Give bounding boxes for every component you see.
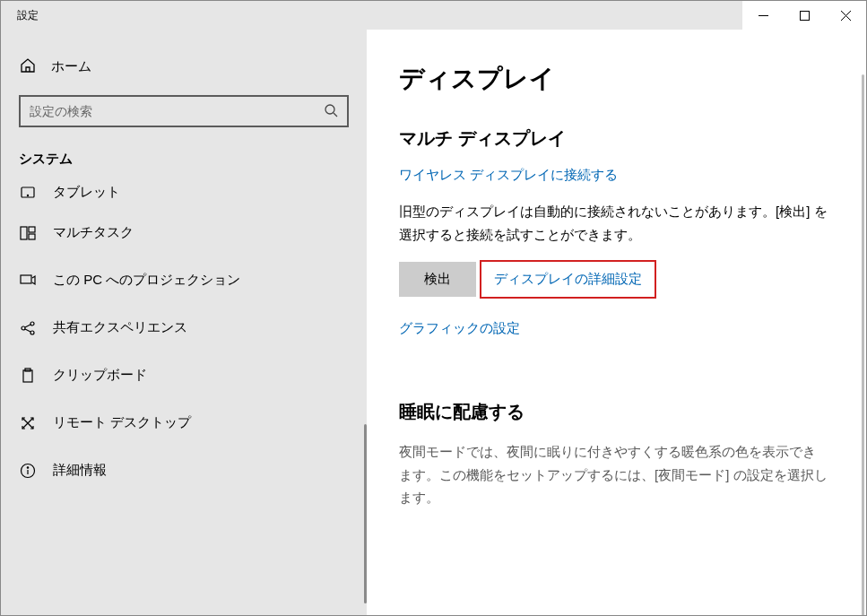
multitask-icon (19, 224, 37, 242)
sidebar-item-tablet[interactable]: タブレット (1, 184, 367, 209)
info-icon (19, 462, 37, 480)
sidebar-item-shared[interactable]: 共有エクスペリエンス (1, 304, 367, 351)
home-label: ホーム (51, 58, 91, 75)
svg-point-4 (325, 105, 334, 114)
svg-point-13 (30, 322, 34, 325)
sidebar-item-label: リモート デスクトップ (53, 414, 191, 431)
svg-point-14 (30, 331, 34, 334)
sidebar-item-label: 共有エクスペリエンス (53, 319, 187, 336)
search-box[interactable] (19, 95, 349, 127)
highlighted-link-box: ディスプレイの詳細設定 (480, 260, 656, 299)
sidebar-item-label: この PC へのプロジェクション (53, 272, 240, 289)
sidebar-item-label: タブレット (53, 184, 120, 201)
svg-line-5 (334, 113, 337, 117)
svg-rect-10 (29, 234, 35, 239)
search-icon (324, 103, 338, 120)
detect-button[interactable]: 検出 (399, 262, 476, 297)
sidebar-item-label: クリップボード (53, 367, 147, 384)
sidebar-item-clipboard[interactable]: クリップボード (1, 351, 367, 399)
svg-rect-11 (21, 275, 31, 283)
section-sleep: 睡眠に配慮する (399, 400, 828, 424)
sidebar-item-projection[interactable]: この PC へのプロジェクション (1, 256, 367, 304)
window-title: 設定 (1, 8, 39, 23)
minimize-button[interactable] (742, 1, 784, 30)
main-scrollbar[interactable] (862, 74, 864, 615)
clipboard-icon (19, 367, 37, 385)
multi-display-description: 旧型のディスプレイは自動的に接続されないことがあります。[検出] を選択すると接… (399, 200, 828, 246)
graphics-settings-link[interactable]: グラフィックの設定 (399, 320, 520, 337)
search-input[interactable] (30, 104, 324, 118)
tablet-icon (19, 184, 37, 202)
main-panel: ディスプレイ マルチ ディスプレイ ワイヤレス ディスプレイに接続する 旧型のデ… (367, 30, 866, 615)
sidebar-item-remote[interactable]: リモート デスクトップ (1, 399, 367, 447)
wireless-display-link[interactable]: ワイヤレス ディスプレイに接続する (399, 167, 618, 184)
svg-rect-8 (21, 227, 27, 239)
svg-point-23 (27, 466, 28, 467)
sidebar-item-label: 詳細情報 (53, 462, 107, 479)
projection-icon (19, 272, 37, 290)
remote-desktop-icon (19, 414, 37, 432)
sidebar-item-about[interactable]: 詳細情報 (1, 447, 367, 494)
svg-rect-17 (23, 370, 32, 382)
sidebar: ホーム システム タブレット (1, 30, 367, 615)
home-nav[interactable]: ホーム (1, 48, 367, 90)
sidebar-item-label: マルチタスク (53, 224, 134, 241)
share-icon (19, 319, 37, 337)
maximize-button[interactable] (784, 1, 825, 30)
close-button[interactable] (825, 1, 866, 30)
category-label: システム (1, 140, 367, 177)
svg-point-12 (22, 326, 25, 330)
svg-point-7 (27, 195, 28, 195)
section-multi-display: マルチ ディスプレイ (399, 126, 828, 151)
svg-line-16 (25, 329, 30, 332)
sidebar-item-multitask[interactable]: マルチタスク (1, 209, 367, 256)
titlebar: 設定 (1, 1, 866, 30)
advanced-display-link[interactable]: ディスプレイの詳細設定 (494, 271, 642, 288)
svg-rect-9 (29, 227, 35, 232)
svg-rect-1 (800, 11, 809, 20)
svg-line-15 (25, 325, 30, 327)
sleep-description: 夜間モードでは、夜間に眠りに付きやすくする暖色系の色を表示できます。この機能をセ… (399, 440, 828, 509)
page-title: ディスプレイ (399, 62, 828, 96)
home-icon (19, 56, 37, 77)
